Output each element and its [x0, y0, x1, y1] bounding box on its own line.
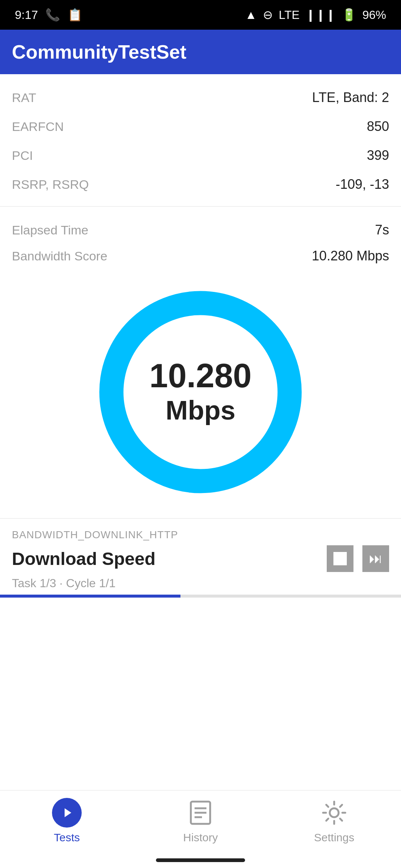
stop-icon — [333, 552, 347, 565]
bandwidth-row: Bandwidth Score 10.280 Mbps — [12, 243, 389, 269]
settings-icon-svg — [319, 798, 349, 828]
test-type-label: BANDWIDTH_DOWNLINK_HTTP — [12, 529, 389, 541]
progress-bar-fill — [0, 595, 180, 598]
control-buttons: ⏭ — [327, 545, 389, 572]
battery-level: 96% — [362, 8, 386, 22]
test-name-row: Download Speed ⏭ — [12, 545, 389, 572]
message-icon: 📋 — [68, 8, 82, 22]
tests-icon — [52, 798, 82, 828]
tests-circle-icon — [59, 805, 75, 821]
rat-value: LTE, Band: 2 — [312, 90, 389, 105]
test-info-section: BANDWIDTH_DOWNLINK_HTTP Download Speed ⏭… — [0, 518, 401, 598]
pci-row: PCI 399 — [12, 141, 389, 170]
pci-label: PCI — [12, 148, 33, 163]
test-name: Download Speed — [12, 549, 156, 569]
bandwidth-value: 10.280 Mbps — [312, 248, 389, 264]
skip-button[interactable]: ⏭ — [362, 545, 389, 572]
nav-item-settings[interactable]: Settings — [267, 798, 401, 844]
nav-label-history: History — [183, 831, 218, 844]
app-title: CommunityTestSet — [12, 41, 186, 63]
bandwidth-label: Bandwidth Score — [12, 249, 107, 263]
location-icon: ▲ — [245, 8, 257, 22]
score-section: Elapsed Time 7s Bandwidth Score 10.280 M… — [0, 210, 401, 273]
divider-1 — [0, 206, 401, 207]
status-time: 9:17 — [15, 8, 38, 22]
app-bar: CommunityTestSet — [0, 30, 401, 74]
do-not-disturb-icon: ⊖ — [263, 8, 273, 22]
rat-row: RAT LTE, Band: 2 — [12, 83, 389, 112]
rsrp-row: RSRP, RSRQ -109, -13 — [12, 170, 389, 199]
status-left: 9:17 📞 📋 — [15, 8, 82, 22]
history-icon — [186, 798, 215, 828]
voicemail-icon: 📞 — [45, 8, 60, 22]
pci-value: 399 — [367, 148, 389, 163]
nav-item-history[interactable]: History — [134, 798, 267, 844]
tests-circle — [52, 798, 82, 828]
svg-marker-1 — [65, 808, 71, 817]
stop-button[interactable] — [327, 545, 353, 572]
status-bar: 9:17 📞 📋 ▲ ⊖ LTE ❙❙❙ 🔋 96% — [0, 0, 401, 30]
earfcn-label: EARFCN — [12, 119, 64, 134]
rsrp-label: RSRP, RSRQ — [12, 177, 89, 192]
speedometer: 10.280 Mbps — [97, 288, 304, 496]
rat-label: RAT — [12, 91, 36, 105]
nav-label-tests: Tests — [54, 831, 80, 844]
network-info-section: RAT LTE, Band: 2 EARFCN 850 PCI 399 RSRP… — [0, 74, 401, 203]
settings-icon — [319, 798, 349, 828]
progress-bar-container — [0, 595, 401, 598]
elapsed-row: Elapsed Time 7s — [12, 217, 389, 243]
earfcn-value: 850 — [367, 119, 389, 134]
status-right: ▲ ⊖ LTE ❙❙❙ 🔋 96% — [245, 8, 386, 22]
svg-point-6 — [330, 808, 339, 817]
speed-number: 10.280 — [149, 358, 251, 394]
battery-icon: 🔋 — [342, 8, 356, 22]
bottom-nav: Tests History Settings — [0, 790, 401, 868]
elapsed-label: Elapsed Time — [12, 223, 88, 237]
signal-icon: ❙❙❙ — [306, 8, 336, 22]
skip-icon: ⏭ — [369, 551, 382, 566]
nav-item-tests[interactable]: Tests — [0, 798, 134, 844]
elapsed-value: 7s — [375, 222, 389, 238]
history-icon-svg — [186, 798, 215, 828]
task-info: Task 1/3 · Cycle 1/1 — [12, 576, 389, 590]
home-indicator — [156, 858, 245, 862]
test-section-wrapper: BANDWIDTH_DOWNLINK_HTTP Download Speed ⏭… — [0, 518, 401, 598]
speed-unit: Mbps — [149, 394, 251, 426]
network-type: LTE — [279, 8, 300, 22]
speedometer-text: 10.280 Mbps — [149, 358, 251, 426]
speedometer-container: 10.280 Mbps — [0, 273, 401, 518]
earfcn-row: EARFCN 850 — [12, 112, 389, 141]
nav-label-settings: Settings — [314, 831, 354, 844]
rsrp-value: -109, -13 — [336, 177, 389, 192]
